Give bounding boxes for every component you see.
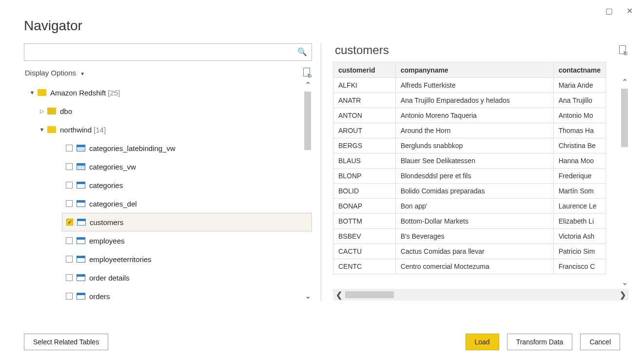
checkbox[interactable]: ✓: [66, 219, 73, 226]
table-row[interactable]: BONAPBon app'Laurence Le: [333, 199, 606, 214]
table-icon: [77, 200, 85, 207]
scroll-thumb[interactable]: [345, 291, 394, 298]
scroll-left-icon[interactable]: ❮: [336, 290, 342, 300]
tree-node-schema-dbo[interactable]: ▷ dbo: [24, 102, 312, 120]
table-row[interactable]: BERGSBerglunds snabbkopChristina Be: [333, 138, 606, 153]
table-cell: BOLID: [333, 184, 396, 199]
column-header[interactable]: contactname: [553, 62, 605, 78]
checkbox[interactable]: [66, 274, 73, 281]
tree-node-table[interactable]: categories_vw: [24, 157, 312, 176]
tree-scrollbar[interactable]: ⌃ ⌄: [303, 80, 312, 301]
tree-count: [25]: [108, 89, 120, 97]
scroll-thumb[interactable]: [621, 89, 628, 147]
table-cell: BERGS: [333, 138, 396, 153]
table-cell: ANTON: [333, 108, 396, 123]
table-row[interactable]: BLAUSBlauer See DelikatessenHanna Moo: [333, 153, 606, 169]
table-icon: [77, 293, 85, 300]
expand-icon[interactable]: ▷: [39, 108, 45, 114]
table-cell: Berglunds snabbkop: [395, 138, 553, 153]
refresh-preview-icon[interactable]: [618, 45, 627, 55]
search-icon[interactable]: 🔍: [297, 47, 307, 57]
folder-icon: [38, 89, 46, 96]
scroll-up-icon[interactable]: ⌃: [622, 77, 628, 87]
scroll-down-icon[interactable]: ⌄: [305, 291, 311, 301]
tree-label: categories_latebinding_vw: [89, 144, 176, 152]
navigator-tree: ▼ Amazon Redshift [25] ▷ dbo ▼: [24, 80, 312, 301]
scroll-thumb[interactable]: [304, 92, 311, 150]
tree-node-schema-northwind[interactable]: ▼ northwind [14]: [24, 120, 312, 139]
table-row[interactable]: BOTTMBottom-Dollar MarketsElizabeth Li: [333, 214, 606, 229]
table-cell: Victoria Ash: [553, 229, 605, 244]
tree-node-table[interactable]: order details: [24, 268, 312, 287]
tree-node-table[interactable]: categories_latebinding_vw: [24, 139, 312, 157]
table-cell: CACTU: [333, 244, 396, 259]
table-cell: Bon app': [395, 199, 553, 214]
close-icon[interactable]: ✕: [626, 6, 633, 16]
tree-label: categories_del: [89, 200, 137, 208]
table-row[interactable]: CENTCCentro comercial MoctezumaFrancisco…: [333, 259, 606, 274]
column-header[interactable]: companyname: [395, 62, 553, 78]
table-cell: Martín Som: [553, 184, 605, 199]
table-row[interactable]: ANTONAntonio Moreno TaqueriaAntonio Mo: [333, 108, 606, 123]
table-icon: [77, 219, 86, 226]
table-cell: AROUT: [333, 123, 396, 138]
scroll-up-icon[interactable]: ⌃: [305, 80, 311, 90]
checkbox[interactable]: [66, 145, 73, 151]
scroll-down-icon[interactable]: ⌄: [622, 278, 628, 287]
display-options-label: Display Options: [25, 69, 76, 77]
tree-node-table[interactable]: employeeterritories: [24, 250, 312, 268]
tree-label: employeeterritories: [89, 255, 152, 264]
column-header[interactable]: customerid: [333, 62, 396, 78]
grid-horizontal-scrollbar[interactable]: ❮ ❯: [333, 289, 629, 301]
table-row[interactable]: BLONPBlondesddsl pere et filsFrederique: [333, 169, 606, 184]
tree-node-table[interactable]: employees: [24, 231, 312, 250]
checkbox[interactable]: [66, 182, 73, 188]
table-cell: Bolido Comidas preparadas: [395, 184, 553, 199]
checkbox[interactable]: [66, 256, 73, 263]
tree-label: northwind: [60, 126, 92, 134]
tree-label: employees: [89, 237, 125, 245]
tree-node-table[interactable]: categories_del: [24, 194, 312, 213]
tree-label: categories_vw: [89, 163, 136, 171]
tree-node-root[interactable]: ▼ Amazon Redshift [25]: [24, 83, 312, 102]
table-icon: [77, 237, 85, 244]
select-related-tables-button[interactable]: Select Related Tables: [24, 334, 108, 350]
display-options-dropdown[interactable]: Display Options ▼: [25, 69, 85, 77]
table-cell: Alfreds Futterkiste: [395, 78, 553, 93]
table-cell: BOTTM: [333, 214, 396, 229]
checkbox[interactable]: [66, 237, 73, 244]
table-row[interactable]: ALFKIAlfreds FutterkisteMaria Ande: [333, 78, 606, 93]
table-cell: Patricio Sim: [553, 244, 605, 259]
checkbox[interactable]: [66, 293, 73, 300]
table-cell: Elizabeth Li: [553, 214, 605, 229]
table-cell: Blondesddsl pere et fils: [395, 169, 553, 184]
tree-node-table[interactable]: categories: [24, 176, 312, 194]
table-row[interactable]: BSBEVB's BeveragesVictoria Ash: [333, 229, 606, 244]
tree-node-table[interactable]: ✓customers: [62, 213, 312, 231]
maximize-icon[interactable]: ▢: [605, 6, 613, 16]
table-row[interactable]: AROUTAround the HornThomas Ha: [333, 123, 606, 138]
table-row[interactable]: BOLIDBolido Comidas preparadasMartín Som: [333, 184, 606, 199]
table-row[interactable]: CACTUCactus Comidas para llevarPatricio …: [333, 244, 606, 259]
preview-table: customeridcompanynamecontactname ALFKIAl…: [333, 62, 606, 274]
transform-data-button[interactable]: Transform Data: [507, 334, 573, 350]
table-row[interactable]: ANATRAna Trujillo Emparedados y heladosA…: [333, 93, 606, 108]
cancel-button[interactable]: Cancel: [580, 334, 620, 350]
load-button[interactable]: Load: [466, 334, 499, 350]
search-input[interactable]: [24, 43, 312, 61]
table-cell: Cactus Comidas para llevar: [395, 244, 553, 259]
refresh-tree-icon[interactable]: [302, 68, 311, 77]
chevron-down-icon: ▼: [80, 71, 85, 76]
table-cell: Maria Ande: [553, 78, 605, 93]
tree-label: Amazon Redshift: [50, 89, 106, 97]
table-icon: [77, 256, 85, 263]
collapse-icon[interactable]: ▼: [39, 127, 45, 132]
grid-vertical-scrollbar[interactable]: ⌃ ⌄: [620, 77, 629, 287]
table-cell: Francisco C: [553, 259, 605, 274]
tree-node-table[interactable]: orders: [24, 287, 312, 301]
scroll-right-icon[interactable]: ❯: [620, 290, 626, 300]
collapse-icon[interactable]: ▼: [29, 90, 36, 95]
checkbox[interactable]: [66, 163, 73, 170]
checkbox[interactable]: [66, 200, 73, 207]
folder-icon: [47, 108, 56, 114]
